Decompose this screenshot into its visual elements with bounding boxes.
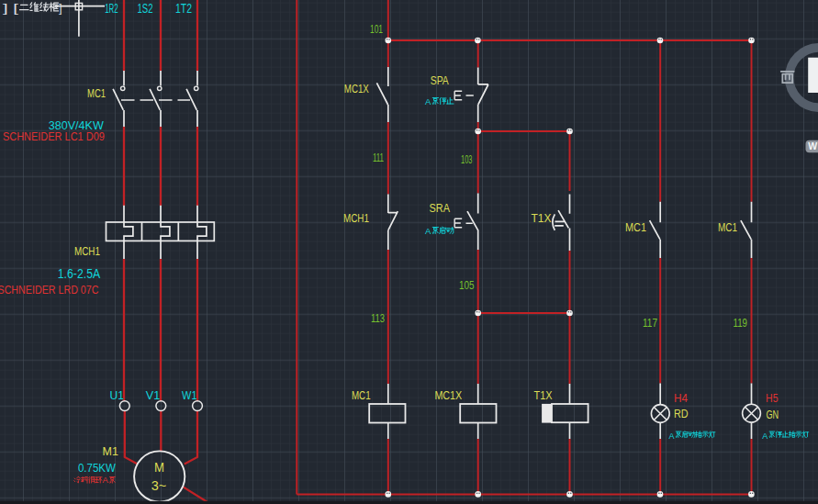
svg-text:1.6-2.5A: 1.6-2.5A (58, 266, 101, 281)
svg-text:SCHNEIDER LRD 07C: SCHNEIDER LRD 07C (0, 284, 99, 297)
svg-text:T1X: T1X (532, 212, 553, 225)
svg-text:] [: ] [ (3, 1, 19, 15)
svg-text:MC1: MC1 (352, 389, 371, 402)
svg-text:MC1: MC1 (87, 86, 106, 100)
svg-text:W1: W1 (182, 388, 197, 402)
svg-text:GN: GN (767, 409, 779, 421)
svg-text:A: A (425, 96, 431, 106)
svg-text:A: A (103, 475, 109, 485)
svg-text:H4: H4 (674, 392, 688, 405)
svg-text:H5: H5 (766, 392, 778, 405)
svg-text:MC1X: MC1X (344, 83, 370, 95)
svg-text:MCH1: MCH1 (343, 212, 369, 225)
svg-text:113: 113 (371, 311, 385, 325)
svg-text:1S2: 1S2 (138, 1, 153, 16)
svg-text:]: ] (59, 1, 62, 15)
svg-text:111: 111 (373, 151, 384, 164)
svg-text:119: 119 (734, 316, 748, 330)
svg-text:T1X: T1X (534, 389, 554, 402)
svg-text:A: A (425, 226, 431, 236)
svg-text:MC1: MC1 (718, 221, 737, 234)
svg-text:MC1: MC1 (625, 221, 646, 234)
svg-text:103: 103 (461, 152, 473, 166)
svg-text:U1: U1 (110, 388, 125, 402)
svg-text:RD: RD (674, 408, 689, 420)
svg-text:W: W (808, 140, 817, 151)
svg-text:1R2: 1R2 (105, 1, 118, 16)
svg-text:101: 101 (370, 22, 383, 36)
svg-text:M1: M1 (103, 444, 118, 458)
svg-text:3~: 3~ (151, 478, 167, 493)
svg-text:A: A (762, 431, 768, 441)
svg-text:105: 105 (459, 278, 475, 292)
svg-text:MCH1: MCH1 (74, 244, 100, 258)
svg-text:SCHNEIDER LC1 D09: SCHNEIDER LC1 D09 (3, 130, 105, 143)
svg-text:SPA: SPA (431, 74, 450, 87)
svg-text:1T2: 1T2 (175, 1, 192, 16)
svg-text:A: A (669, 431, 675, 441)
svg-text:V1: V1 (146, 388, 161, 402)
svg-text:117: 117 (643, 316, 657, 330)
svg-text:SRA: SRA (430, 202, 451, 215)
svg-text:0.75KW: 0.75KW (78, 461, 116, 475)
svg-text:M: M (154, 459, 164, 475)
svg-text:MC1X: MC1X (434, 389, 462, 402)
